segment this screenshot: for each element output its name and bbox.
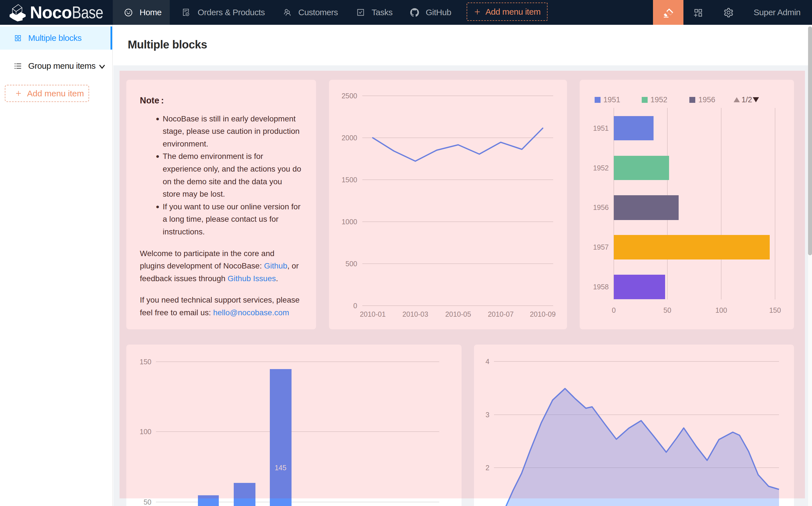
svg-text:50: 50 — [144, 498, 151, 506]
